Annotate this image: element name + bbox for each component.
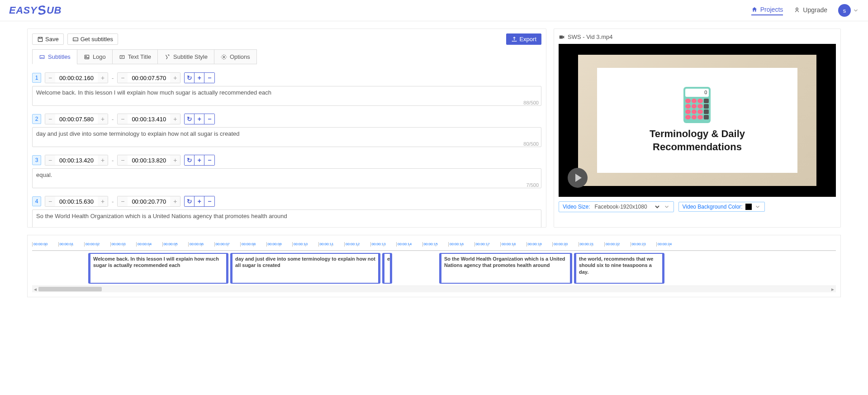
end-time-input[interactable] [128, 155, 170, 166]
scroll-right-icon[interactable]: ► [830, 287, 836, 292]
decrement-button[interactable]: − [45, 114, 55, 124]
ruler-tick: 00:00:05 [162, 242, 189, 247]
start-time-stepper[interactable]: − + [45, 196, 108, 207]
subtitle-list[interactable]: 1 − + - − + ↻ + − Welcome back. In this … [28, 64, 546, 227]
time-separator: - [112, 198, 114, 205]
end-time-input[interactable] [128, 114, 170, 124]
ruler-tick: 00:00:21 [579, 242, 605, 247]
increment-button[interactable]: + [98, 155, 108, 166]
timeline-track[interactable]: Welcome back. In this lesson I will expl… [32, 251, 836, 286]
export-icon [511, 36, 517, 43]
svg-point-0 [796, 8, 798, 10]
decrement-button[interactable]: − [118, 196, 128, 207]
user-menu[interactable]: s [838, 4, 859, 17]
start-time-input[interactable] [55, 114, 98, 124]
timeline-ruler[interactable]: 00:00:0000:00:0100:00:0200:00:0300:00:04… [32, 240, 836, 251]
nav-projects[interactable]: Projects [751, 6, 783, 15]
video-preview[interactable]: 0 Terminology & Daily Recommendations [559, 44, 836, 197]
replay-button[interactable]: ↻ [185, 73, 194, 83]
increment-button[interactable]: + [170, 72, 180, 83]
decrement-button[interactable]: − [45, 155, 55, 166]
color-swatch[interactable] [745, 204, 752, 210]
add-subtitle-button[interactable]: + [194, 155, 204, 165]
increment-button[interactable]: + [98, 196, 108, 207]
end-time-stepper[interactable]: − + [117, 155, 180, 166]
timeline-clip[interactable]: Welcome back. In this lesson I will expl… [88, 253, 228, 284]
start-time-input[interactable] [55, 155, 98, 166]
remove-subtitle-button[interactable]: − [204, 73, 214, 83]
brand-logo: EASYSUB [9, 3, 62, 18]
decrement-button[interactable]: − [45, 72, 55, 83]
tab-logo[interactable]: Logo [77, 49, 113, 64]
start-time-stepper[interactable]: − + [45, 155, 108, 166]
timeline-clip[interactable]: e [382, 253, 392, 284]
increment-button[interactable]: + [170, 196, 180, 207]
ruler-tick: 00:00:09 [266, 242, 293, 247]
nav-upgrade[interactable]: Upgrade [794, 6, 827, 15]
ruler-tick: 00:00:02 [84, 242, 110, 247]
add-subtitle-button[interactable]: + [194, 196, 204, 206]
subtitle-row: 4 − + - − + ↻ + − So the World Health Or… [32, 196, 541, 227]
replay-button[interactable]: ↻ [185, 155, 194, 165]
get-subtitles-button[interactable]: Get subtitles [67, 33, 118, 45]
video-bg-control[interactable]: Video Background Color: [678, 202, 765, 212]
decrement-button[interactable]: − [118, 114, 128, 124]
ruler-tick: 00:00:00 [32, 242, 58, 247]
add-subtitle-button[interactable]: + [194, 114, 204, 124]
decrement-button[interactable]: − [118, 155, 128, 166]
decrement-button[interactable]: − [118, 72, 128, 83]
subtitle-textarea[interactable]: equal. [32, 168, 541, 188]
tab-subtitle-style[interactable]: Subtitle Style [157, 49, 214, 64]
ruler-tick: 00:00:23 [631, 242, 657, 247]
svg-point-9 [223, 56, 225, 58]
subtitle-controls: 4 − + - − + ↻ + − [32, 196, 541, 207]
end-time-stepper[interactable]: − + [117, 72, 180, 83]
subtitle-textarea[interactable]: day and just dive into some terminology … [32, 127, 541, 147]
subtitle-textarea[interactable]: Welcome back. In this lesson I will expl… [32, 86, 541, 106]
replay-button[interactable]: ↻ [185, 114, 194, 124]
play-button[interactable] [568, 168, 588, 188]
save-button[interactable]: Save [32, 33, 64, 45]
scroll-left-icon[interactable]: ◄ [32, 287, 38, 292]
timeline-clip[interactable]: the world, recommends that we should six… [574, 253, 664, 284]
tab-options[interactable]: Options [214, 49, 257, 64]
increment-button[interactable]: + [98, 72, 108, 83]
start-time-stepper[interactable]: − + [45, 72, 108, 83]
decrement-button[interactable]: − [45, 196, 55, 207]
subtitle-row: 1 − + - − + ↻ + − Welcome back. In this … [32, 72, 541, 107]
svg-rect-10 [560, 35, 563, 38]
remove-subtitle-button[interactable]: − [204, 196, 214, 206]
replay-button[interactable]: ↻ [185, 196, 194, 206]
subtitle-textarea[interactable]: So the World Health Organization which i… [32, 209, 541, 227]
remove-subtitle-button[interactable]: − [204, 114, 214, 124]
ruler-tick: 00:00:04 [136, 242, 162, 247]
scroll-thumb[interactable] [38, 287, 102, 291]
video-size-control[interactable]: Video Size: Facebook-1920x1080 [559, 201, 674, 212]
start-time-input[interactable] [55, 72, 98, 83]
timeline-scrollbar[interactable]: ◄ ► [32, 286, 836, 292]
increment-button[interactable]: + [170, 114, 180, 124]
slide-title: Terminology & Daily Recommendations [597, 128, 797, 153]
end-time-input[interactable] [128, 196, 170, 207]
video-frame: 0 Terminology & Daily Recommendations [578, 55, 816, 186]
video-size-select[interactable]: Facebook-1920x1080 [593, 203, 661, 210]
export-button[interactable]: Export [506, 33, 541, 45]
add-subtitle-button[interactable]: + [194, 73, 204, 83]
increment-button[interactable]: + [98, 114, 108, 124]
time-separator: - [112, 75, 114, 81]
start-time-input[interactable] [55, 196, 98, 207]
ruler-tick: 00:00:22 [604, 242, 631, 247]
remove-subtitle-button[interactable]: − [204, 155, 214, 165]
timeline-clip[interactable]: day and just dive into some terminology … [230, 253, 380, 284]
editor-tabs: Subtitles Logo Text Title Subtitle Style… [28, 49, 546, 64]
increment-button[interactable]: + [170, 155, 180, 166]
calc-display: 0 [685, 89, 709, 97]
svg-rect-3 [40, 55, 44, 58]
end-time-stepper[interactable]: − + [117, 196, 180, 207]
tab-text-title[interactable]: Text Title [112, 49, 158, 64]
timeline-clip[interactable]: So the World Health Organization which i… [439, 253, 572, 284]
start-time-stepper[interactable]: − + [45, 114, 108, 124]
end-time-stepper[interactable]: − + [117, 114, 180, 124]
end-time-input[interactable] [128, 72, 170, 83]
tab-subtitles[interactable]: Subtitles [32, 49, 77, 64]
